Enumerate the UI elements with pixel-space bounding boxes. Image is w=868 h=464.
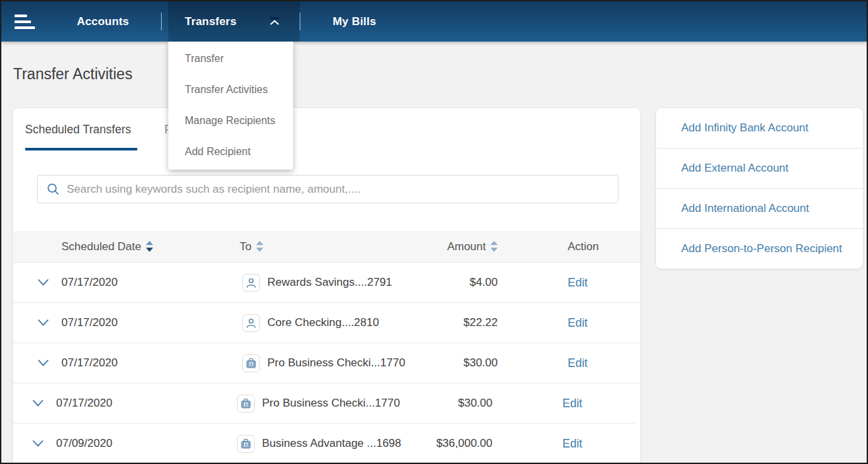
table-row: 07/09/2020 $ Business Advantage ...1698 … [13,424,635,464]
app-window: Accounts Transfers My Bills Transfer Tra… [0,0,868,464]
recipient-name: Rewards Savings....2791 [267,276,392,289]
transfers-table: Scheduled Date To [13,231,640,464]
edit-link[interactable]: Edit [568,356,587,370]
table-row: 07/17/2020 $ Pro Business Checki...1770 … [13,383,635,424]
search-input[interactable] [67,176,618,203]
recipient-name: Pro Business Checki...1770 [262,397,400,410]
person-icon [242,314,260,332]
chevron-down-icon [38,279,49,286]
chevron-down-icon [32,400,44,407]
amount-value: $22.22 [424,316,498,329]
transfers-dropdown-menu: Transfer Transfer Activities Manage Reci… [168,42,293,170]
menu-item-transfer[interactable]: Transfer [168,43,293,74]
search-box [37,175,618,203]
table-header-row: Scheduled Date To [13,231,640,263]
amount-value: $30.00 [424,356,498,370]
menu-item-transfer-activities[interactable]: Transfer Activities [168,74,293,105]
expand-row-button[interactable] [13,319,61,326]
column-header-to[interactable]: To [240,240,424,253]
nav-divider [161,13,162,30]
chevron-up-icon [268,17,281,26]
sort-icon-amount [490,241,498,252]
add-international-account-link[interactable]: Add International Account [656,188,863,228]
add-infinity-bank-account-link[interactable]: Add Infinity Bank Account [656,108,863,148]
business-account-icon: $ [237,435,255,453]
add-person-to-person-recipient-link[interactable]: Add Person-to-Person Recipient [656,228,863,269]
top-nav: Accounts Transfers My Bills [1,1,867,42]
expand-row-button[interactable] [13,279,61,286]
business-account-icon: $ [237,395,255,413]
nav-transfers-label: Transfers [185,15,236,28]
svg-text:$: $ [245,402,247,406]
scheduled-transfers-card: Scheduled Transfers Past Transfers Sched… [13,108,640,464]
search-icon [47,183,59,195]
svg-text:$: $ [250,362,252,366]
scheduled-date-value: 07/17/2020 [61,276,240,289]
scheduled-date-value: 07/17/2020 [61,356,240,370]
quick-links-card: Add Infinity Bank Account Add External A… [656,108,863,269]
scheduled-date-value: 07/17/2020 [61,316,240,329]
edit-link[interactable]: Edit [562,397,582,410]
recipient-name: Business Advantage ...1698 [262,437,401,450]
table-row: 07/17/2020 Core Checking....2810 $22.22 … [13,303,640,343]
column-header-amount[interactable]: Amount [424,240,498,253]
sort-icon-to [256,241,263,252]
column-header-scheduled-date[interactable]: Scheduled Date [61,240,240,253]
recipient-name: Pro Business Checki...1770 [267,356,405,370]
amount-value: $4.00 [424,276,498,289]
add-external-account-link[interactable]: Add External Account [656,148,863,188]
edit-link[interactable]: Edit [562,437,582,450]
amount-value: $30.00 [419,397,492,410]
nav-divider [300,13,300,30]
hamburger-menu-icon[interactable] [1,1,45,42]
chevron-down-icon [32,440,44,447]
active-tab-indicator [25,148,137,150]
menu-item-add-recipient[interactable]: Add Recipient [168,136,293,167]
scheduled-date-value: 07/09/2020 [56,437,234,450]
business-account-icon: $ [242,354,260,372]
nav-item-accounts[interactable]: Accounts [45,1,161,42]
edit-link[interactable]: Edit [568,316,587,329]
table-row: 07/17/2020 Rewards Savings....2791 $4.00… [13,263,640,303]
expand-row-button[interactable] [13,400,56,407]
expand-row-button[interactable] [13,440,56,447]
column-header-action: Action [498,240,640,253]
tab-bar: Scheduled Transfers Past Transfers [13,108,640,150]
tab-scheduled-transfers[interactable]: Scheduled Transfers [25,123,131,137]
amount-value: $36,000.00 [419,437,492,450]
person-icon [242,274,260,292]
nav-item-my-bills[interactable]: My Bills [310,1,376,42]
sort-icon-scheduled-date [146,241,153,252]
chevron-down-icon [38,319,49,326]
page-title: Transfer Activities [13,65,133,83]
scheduled-date-value: 07/17/2020 [56,397,234,410]
recipient-name: Core Checking....2810 [267,316,379,329]
table-row: 07/17/2020 $ Pro Business Checki...1770 … [13,343,640,383]
edit-link[interactable]: Edit [568,276,587,289]
svg-text:$: $ [245,442,247,446]
menu-item-manage-recipients[interactable]: Manage Recipients [168,105,293,136]
chevron-down-icon [38,360,49,366]
expand-row-button[interactable] [13,360,61,366]
nav-item-transfers[interactable]: Transfers [168,1,300,42]
